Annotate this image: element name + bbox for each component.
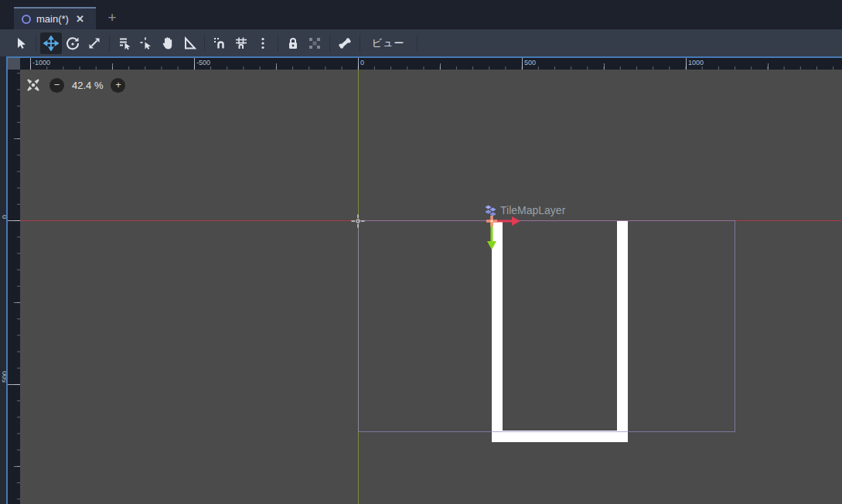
- view-menu-button[interactable]: ビュー: [364, 32, 413, 54]
- viewport-focus-border-left: [6, 56, 8, 504]
- vruler-label: 0: [1, 215, 9, 219]
- zoom-percent-button[interactable]: 42.4 %: [72, 80, 103, 91]
- pan-mode-button[interactable]: [157, 32, 179, 54]
- scene-node-icon: [22, 15, 31, 24]
- zoom-controls: − 42.4 % +: [25, 77, 125, 94]
- zoom-in-button[interactable]: +: [111, 78, 125, 93]
- center-view-button[interactable]: [25, 77, 42, 94]
- gizmo-y-arrowhead: [487, 241, 496, 250]
- move-gizmo[interactable]: [479, 212, 554, 323]
- select-arrow-icon: [13, 36, 29, 51]
- move-icon: [43, 36, 59, 51]
- hruler-label: -500: [196, 59, 210, 66]
- center-view-icon: [26, 78, 40, 92]
- selected-node-name: TileMapLayer: [500, 204, 565, 216]
- smart-snap-magnet-icon: [212, 36, 227, 51]
- scale-mode-button[interactable]: [84, 32, 105, 54]
- ruler-corner: [8, 58, 20, 70]
- group-icon: [307, 36, 322, 51]
- list-select-icon: [117, 36, 132, 51]
- lock-icon: [285, 36, 301, 51]
- snap-options-button[interactable]: [252, 32, 274, 54]
- group-node-button[interactable]: [304, 32, 326, 54]
- grid-snap-icon: [234, 36, 249, 51]
- smart-snap-button[interactable]: [209, 32, 230, 54]
- toolbar-separator: [417, 35, 418, 52]
- scene-tab-bar: main(*) ✕ +: [0, 0, 842, 29]
- horizontal-ruler[interactable]: -1000 -500 0 500 1000: [20, 58, 842, 70]
- gizmo-x-arrowhead: [512, 216, 520, 226]
- tilemap-floor[interactable]: [492, 431, 628, 442]
- hruler-label: 500: [524, 59, 536, 66]
- ruler-mode-button[interactable]: [179, 32, 200, 54]
- bone-icon: [337, 36, 353, 51]
- tilemaplayer-icon: [485, 205, 496, 216]
- viewport-focus-border-top: [6, 56, 842, 58]
- selected-node-tag[interactable]: TileMapLayer: [485, 204, 565, 216]
- vruler-label: 500: [1, 371, 9, 383]
- add-scene-tab-button[interactable]: +: [104, 9, 121, 26]
- toolbar-separator: [329, 35, 330, 52]
- close-tab-icon[interactable]: ✕: [76, 13, 84, 25]
- canvas-toolbar: ビュー: [0, 29, 842, 56]
- hruler-label: 0: [360, 59, 364, 66]
- ruler-triangle-icon: [182, 36, 197, 51]
- 2d-viewport-canvas[interactable]: TileMapLayer − 42.4 % +: [20, 70, 842, 504]
- world-origin-crosshair-icon: [350, 213, 366, 229]
- skeleton-options-button[interactable]: [334, 32, 356, 54]
- select-mode-button[interactable]: [10, 32, 32, 54]
- toolbar-separator: [204, 35, 205, 52]
- position-cursor-icon: [138, 36, 154, 51]
- panel-edge: [0, 56, 6, 504]
- toolbar-separator: [36, 35, 36, 52]
- move-mode-button[interactable]: [40, 32, 62, 54]
- position-mode-button[interactable]: [135, 32, 157, 54]
- toolbar-separator: [278, 35, 278, 52]
- rotate-icon: [65, 36, 80, 51]
- hruler-label: -1000: [32, 59, 50, 66]
- list-select-button[interactable]: [114, 32, 135, 54]
- toolbar-separator: [109, 35, 110, 52]
- scene-tab-main[interactable]: main(*) ✕: [14, 7, 96, 29]
- rotate-mode-button[interactable]: [62, 32, 84, 54]
- vertical-dots-icon: [255, 36, 271, 51]
- zoom-out-button[interactable]: −: [49, 78, 64, 93]
- vertical-ruler[interactable]: 0 500: [8, 70, 20, 504]
- hruler-label: 1000: [688, 59, 704, 66]
- grid-snap-button[interactable]: [230, 32, 252, 54]
- toolbar-separator: [360, 35, 360, 52]
- scale-icon: [87, 36, 102, 51]
- scene-tab-label: main(*): [36, 13, 69, 25]
- lock-node-button[interactable]: [282, 32, 304, 54]
- pan-hand-icon: [160, 36, 176, 51]
